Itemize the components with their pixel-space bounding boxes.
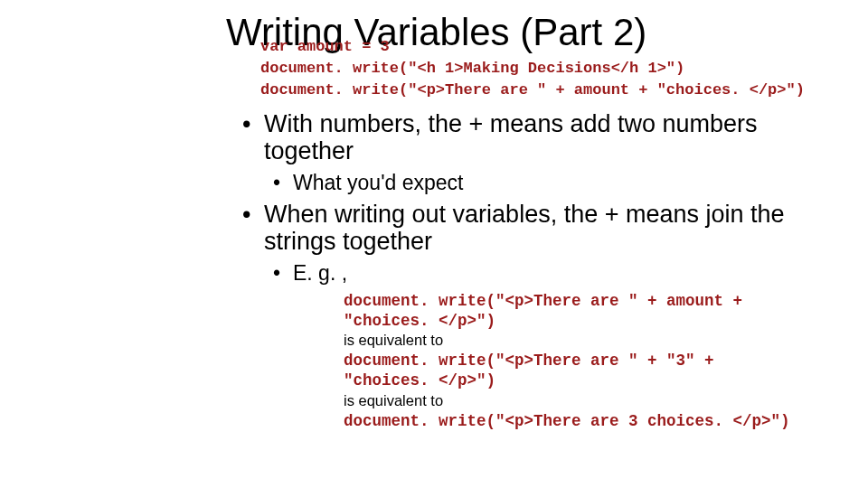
example-note-2: is equivalent to	[344, 392, 814, 409]
example-code-2a: document. write("<p>There are " + "3" +	[344, 352, 814, 370]
bullet-list: With numbers, the + means add two number…	[242, 111, 814, 285]
bullet-1-sub-1: What you'd expect	[273, 171, 814, 194]
example-code-3: document. write("<p>There are 3 choices.…	[344, 412, 814, 430]
bullet-2-sub-1: E. g. ,	[273, 261, 814, 285]
example-code-1b: "choices. </p>")	[344, 312, 814, 330]
code-line-2: document. write("<h 1>Making Decisions</…	[260, 58, 814, 80]
bullet-1: With numbers, the + means add two number…	[242, 111, 814, 164]
code-line-3: document. write("<p>There are " + amount…	[260, 80, 814, 101]
bullet-2: When writing out variables, the + means …	[242, 202, 814, 255]
example-code-2b: "choices. </p>")	[344, 371, 814, 389]
example-note-1: is equivalent to	[344, 332, 814, 349]
example-code-1a: document. write("<p>There are " + amount…	[344, 292, 814, 310]
example-block: document. write("<p>There are " + amount…	[344, 292, 814, 430]
